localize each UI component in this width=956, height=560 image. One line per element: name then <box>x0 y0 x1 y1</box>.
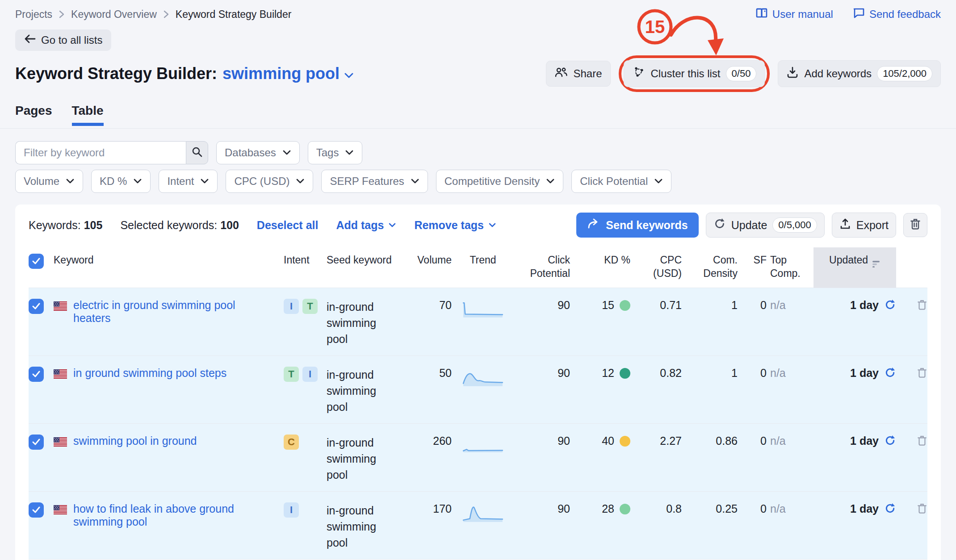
intent-filter-dropdown[interactable]: Intent <box>159 170 218 193</box>
tab-pages[interactable]: Pages <box>15 104 52 126</box>
delete-selected-button[interactable] <box>903 213 927 237</box>
intent-filter-label: Intent <box>167 175 194 188</box>
databases-dropdown[interactable]: Databases <box>216 141 300 164</box>
serp-features-filter-dropdown[interactable]: SERP Features <box>321 170 428 193</box>
sf-value: 0 <box>738 288 767 355</box>
intent-badge-t: T <box>284 367 299 382</box>
intent-badge-t: T <box>302 299 318 314</box>
top-comp-value: n/a <box>767 356 813 423</box>
send-keywords-label: Send keywords <box>606 219 688 232</box>
user-manual-label: User manual <box>772 8 833 21</box>
seed-keyword: in-ground swimming pool <box>327 356 403 423</box>
keyword-filter <box>15 141 208 164</box>
go-to-all-lists-button[interactable]: Go to all lists <box>15 29 111 51</box>
refresh-icon[interactable] <box>884 502 896 514</box>
col-header-com-density[interactable]: Com. Density <box>682 247 738 288</box>
click-potential-filter-label: Click Potential <box>580 175 648 188</box>
share-button[interactable]: Share <box>546 61 610 87</box>
add-tags-dropdown[interactable]: Add tags <box>336 219 396 232</box>
delete-row-icon[interactable] <box>917 367 927 423</box>
remove-tags-label: Remove tags <box>414 219 484 232</box>
intent-badge-i: I <box>284 299 299 314</box>
check-icon <box>32 506 41 514</box>
kd-filter-dropdown[interactable]: KD % <box>91 170 151 193</box>
breadcrumb-projects[interactable]: Projects <box>15 8 52 21</box>
refresh-icon[interactable] <box>884 435 896 447</box>
user-manual-link[interactable]: User manual <box>755 7 833 21</box>
keyword-link[interactable]: how to find leak in above ground swimmin… <box>73 502 275 528</box>
cluster-this-list-button[interactable]: Cluster this list 0/50 <box>624 60 765 87</box>
refresh-icon[interactable] <box>884 299 896 311</box>
refresh-icon[interactable] <box>884 367 896 379</box>
cluster-label: Cluster this list <box>651 67 721 80</box>
delete-row-icon[interactable] <box>917 502 927 559</box>
keyword-link[interactable]: in ground swimming pool steps <box>73 367 226 380</box>
sf-value: 0 <box>738 356 767 423</box>
competitive-density-filter-dropdown[interactable]: Competitive Density <box>436 170 563 193</box>
col-header-top-comp[interactable]: Top Comp. <box>767 247 813 288</box>
row-checkbox[interactable] <box>29 299 44 314</box>
selected-keywords-count: Selected keywords: 100 <box>120 219 239 232</box>
col-header-volume[interactable]: Volume <box>403 247 452 288</box>
click-potential-filter-dropdown[interactable]: Click Potential <box>571 170 671 193</box>
click-potential-value: 90 <box>514 356 570 423</box>
col-header-updated[interactable]: Updated <box>813 247 896 288</box>
col-header-trend[interactable]: Trend <box>452 247 514 288</box>
row-checkbox[interactable] <box>29 502 44 518</box>
view-tabs: Pages Table <box>15 104 104 126</box>
keyword-link[interactable]: electric in ground swimming pool heaters <box>73 299 275 325</box>
updated-header-label: Updated <box>829 254 868 267</box>
deselect-all-link[interactable]: Deselect all <box>257 219 319 232</box>
send-feedback-link[interactable]: Send feedback <box>853 7 941 21</box>
row-checkbox[interactable] <box>29 367 44 382</box>
updated-value: 1 day <box>850 435 879 447</box>
com-density-value: 1 <box>682 356 738 423</box>
trend-sparkline <box>452 424 514 491</box>
tab-table[interactable]: Table <box>72 104 104 126</box>
col-header-sf[interactable]: SF <box>738 247 767 288</box>
delete-row-icon[interactable] <box>917 435 927 491</box>
add-keywords-button[interactable]: Add keywords 105/2,000 <box>778 60 941 87</box>
chevron-down-icon <box>411 178 419 184</box>
export-label: Export <box>856 219 889 232</box>
chevron-down-icon <box>488 222 496 228</box>
filter-row-1: Databases Tags <box>15 141 362 164</box>
col-header-keyword[interactable]: Keyword <box>54 247 284 288</box>
updated-value: 1 day <box>850 299 879 312</box>
list-selector[interactable]: swimming pool <box>222 64 354 83</box>
keyword-link[interactable]: swimming pool in ground <box>73 435 197 447</box>
export-button[interactable]: Export <box>832 213 896 238</box>
tags-dropdown[interactable]: Tags <box>308 141 363 164</box>
col-header-click-potential[interactable]: Click Potential <box>514 247 570 288</box>
tabs-divider <box>0 128 956 129</box>
col-header-seed[interactable]: Seed keyword <box>327 247 403 288</box>
update-label: Update <box>731 219 767 232</box>
col-header-cpc[interactable]: CPC (USD) <box>630 247 682 288</box>
select-all-checkbox[interactable] <box>29 254 44 269</box>
forward-arrow-icon <box>587 218 600 232</box>
breadcrumb-keyword-overview[interactable]: Keyword Overview <box>71 8 157 21</box>
check-icon <box>32 303 41 310</box>
sort-desc-icon <box>872 258 881 271</box>
update-button[interactable]: Update 0/5,000 <box>706 213 825 238</box>
com-density-value: 0.86 <box>682 424 738 491</box>
seed-keyword: in-ground swimming pool <box>327 492 403 559</box>
remove-tags-dropdown[interactable]: Remove tags <box>414 219 496 232</box>
col-header-intent[interactable]: Intent <box>284 247 327 288</box>
cluster-highlight-ring: Cluster this list 0/50 <box>619 55 770 92</box>
delete-row-icon[interactable] <box>917 299 927 355</box>
top-links: User manual Send feedback <box>755 7 941 21</box>
keyword-filter-input[interactable] <box>15 141 186 164</box>
send-keywords-button[interactable]: Send keywords <box>576 213 698 238</box>
chevron-right-icon <box>59 9 65 19</box>
trend-sparkline <box>452 492 514 559</box>
kd-filter-label: KD % <box>100 175 127 188</box>
row-checkbox[interactable] <box>29 435 44 450</box>
cpc-filter-dropdown[interactable]: CPC (USD) <box>226 170 313 193</box>
search-button[interactable] <box>186 141 208 164</box>
table-row: swimming pool in ground C in-ground swim… <box>29 424 927 492</box>
volume-filter-dropdown[interactable]: Volume <box>15 170 83 193</box>
intent-badge-i: I <box>302 367 318 382</box>
chevron-down-icon <box>546 178 555 184</box>
col-header-kd[interactable]: KD % <box>570 247 630 288</box>
